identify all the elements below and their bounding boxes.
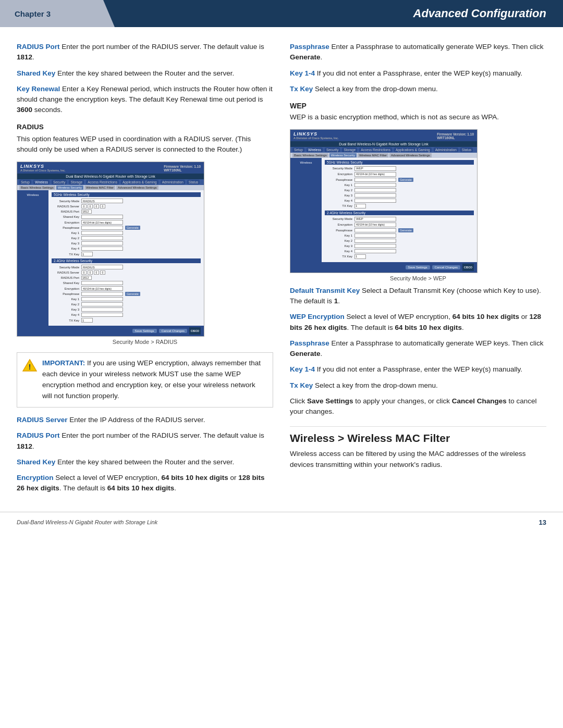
param-label: Passphrase xyxy=(290,43,329,51)
param-label: Tx Key xyxy=(290,85,313,93)
rs-enc-wep2: Encryption 40/104-bit (10 hex digits) xyxy=(325,223,474,227)
rs-save-btn-wep[interactable]: Save Settings xyxy=(406,265,430,269)
param-default-tx-key: Default Transmit Key Select a Default Tr… xyxy=(290,286,546,307)
rs-key4-wep: Key 4 xyxy=(325,199,474,203)
param-key14-2: Key 1-4 If you did not enter a Passphras… xyxy=(290,364,546,375)
rs-input-key3-wep xyxy=(354,193,396,198)
rs-txkey-wep: TX Key 1 xyxy=(325,204,474,208)
rs-select-txkey: 1 xyxy=(81,252,93,256)
rs-subnav-basic-w: Basic Wireless Settings xyxy=(292,153,328,157)
rs-input-sharedkey xyxy=(81,215,123,219)
rs-input-key1-wep2 xyxy=(354,233,396,238)
rs-select-secmode-wep2: WEP xyxy=(354,217,396,221)
param-label: RADIUS Port xyxy=(17,431,60,439)
rs-generate-btn2: Generate xyxy=(125,292,140,296)
chapter-label: Chapter 3 xyxy=(15,9,51,18)
rs-row-passphrase2: Passphrase Generate xyxy=(52,292,201,296)
rs-nav-wireless-w: Wireless xyxy=(307,147,323,152)
rs-pass-wep2: Passphrase Generate xyxy=(325,228,474,232)
rs-label: Key 1 xyxy=(52,231,80,235)
rs-key2-wep2: Key 2 xyxy=(325,239,474,243)
rs-label: Shared Key xyxy=(52,281,80,285)
rs-input-key3 xyxy=(81,241,123,245)
rs-footer: Save Settings Cancel Changes CISCO xyxy=(17,326,204,336)
rs-label: RADIUS Server xyxy=(52,271,80,274)
param-encryption: Encryption Select a level of WEP encrypt… xyxy=(17,473,273,494)
rs-input-port2: 1812 xyxy=(81,276,92,280)
rs-key3-wep: Key 3 xyxy=(325,193,474,198)
mac-filter-heading: Wireless > Wireless MAC Filter xyxy=(290,426,546,445)
rs-txkey-wep2: TX Key 1 xyxy=(325,254,474,259)
rs-nav-wireless: Wireless xyxy=(33,180,50,184)
rs-input-key2 xyxy=(81,236,123,240)
param-text: Select a key from the drop-down menu. xyxy=(315,85,438,93)
rs-input-pass-wep xyxy=(354,178,396,182)
rs-input-key2b xyxy=(81,302,123,306)
param-label: Shared Key xyxy=(17,458,55,466)
rs-row-secmode2: Security Mode RADIUS xyxy=(52,265,201,269)
rs-input-key3-wep2 xyxy=(354,244,396,248)
main-content: RADIUS Port Enter the port number of the… xyxy=(0,27,563,499)
rs-row-radius-port: RADIUS Port 1812 xyxy=(52,209,201,214)
rs-cisco-logo: CISCO xyxy=(189,327,201,335)
rs-label: RADIUS Port xyxy=(52,210,80,213)
rs-nav: Setup Wireless Security Storage Access R… xyxy=(17,179,204,185)
rs-subnav: Basic Wireless Settings Wireless Securit… xyxy=(17,185,204,190)
rs-select-secmode-wep: WEP xyxy=(354,166,396,171)
rs-label: Passphrase xyxy=(52,292,80,295)
rs-key2-wep: Key 2 xyxy=(325,188,474,192)
param-label: Key Renewal xyxy=(17,85,60,93)
rs-select-enc: 40/104-bit (10 hex digits) xyxy=(81,220,123,225)
radius-intro-text: This option features WEP used in coordin… xyxy=(17,134,273,156)
rs-row-secmode: Security Mode RADIUS xyxy=(52,199,201,203)
rs-topbar: LINKSYS A Division of Cisco Systems, Inc… xyxy=(17,162,204,174)
rs-select-enc2: 40/104-bit (10 hex digits) xyxy=(81,286,123,291)
rs-key1-wep: Key 1 xyxy=(325,183,474,187)
rs-generate-btn: Generate xyxy=(125,226,140,230)
rs-nav-setup: Setup xyxy=(19,180,31,184)
rs-input-key4b xyxy=(81,313,123,317)
param-label: Shared Key xyxy=(17,69,55,77)
rs-nav-status-w: Status xyxy=(460,147,473,152)
rs-label: RADIUS Server xyxy=(52,205,80,208)
rs-input-key2-wep2 xyxy=(354,239,396,243)
rs-save-btn[interactable]: Save Settings xyxy=(132,329,157,333)
rs-generate-btn-wep: Generate xyxy=(398,178,413,182)
rs-input-pass-wep2 xyxy=(354,228,396,232)
rs-footer-wep: Save Settings Cancel Changes CISCO xyxy=(290,262,477,273)
rs-label: Key 1 xyxy=(325,234,353,237)
rs-row-passphrase: Passphrase Generate xyxy=(52,226,201,230)
rs-model-wep: Firmware Version: 1.10WRT160NL xyxy=(437,132,474,140)
right-column: Passphrase Enter a Passphrase to automat… xyxy=(290,42,546,499)
rs-nav-apps: Applications & Gaming xyxy=(121,180,158,184)
param-text: Select a level of WEP encryption, 64 bit… xyxy=(17,474,264,492)
rs-row-key4b: Key 4 xyxy=(52,313,201,317)
rs-enc-wep: Encryption 40/104-bit (10 hex digits) xyxy=(325,172,474,177)
rs-body-wep: Wireless 5GHz Wireless Security Security… xyxy=(290,158,477,262)
rs-tagline: A Division of Cisco Systems, Inc. xyxy=(20,169,66,172)
rs-label: Encryption xyxy=(325,223,353,226)
rs-label: Security Mode xyxy=(325,167,353,170)
rs-label: Passphrase xyxy=(325,229,353,232)
param-label: Tx Key xyxy=(290,381,313,389)
rs-row-encryption2: Encryption 40/104-bit (10 hex digits) xyxy=(52,286,201,291)
rs-key1-wep2: Key 1 xyxy=(325,233,474,238)
rs-row-radius-port2: RADIUS Port 1812 xyxy=(52,276,201,280)
param-text: If you did not enter a Passphrase, enter… xyxy=(317,69,522,77)
rs-cancel-btn[interactable]: Cancel Changes xyxy=(159,329,187,333)
rs-label: Security Mode xyxy=(52,200,80,203)
rs-topbar-wep: LINKSYS A Division of Cisco Systems, Inc… xyxy=(290,130,477,141)
rs-nav-access-w: Access Restrictions xyxy=(359,147,392,152)
wep-screenshot: LINKSYS A Division of Cisco Systems, Inc… xyxy=(290,129,478,273)
rs-input-key1 xyxy=(81,231,123,235)
rs-input-pass xyxy=(81,226,123,230)
rs-nav-apps-w: Applications & Gaming xyxy=(394,147,432,152)
rs-nav-admin: Administration xyxy=(161,180,185,184)
param-label: Encryption xyxy=(17,474,54,482)
wep-intro-text: WEP is a basic encryption method, which … xyxy=(290,112,546,123)
rs-input-sharedkey2 xyxy=(81,281,123,285)
rs-input-pass2 xyxy=(81,292,123,296)
rs-label: Key 1 xyxy=(52,298,80,301)
rs-main: 5GHz Wireless Security Security Mode RAD… xyxy=(48,190,204,326)
rs-cancel-btn-wep[interactable]: Cancel Changes xyxy=(432,265,460,269)
